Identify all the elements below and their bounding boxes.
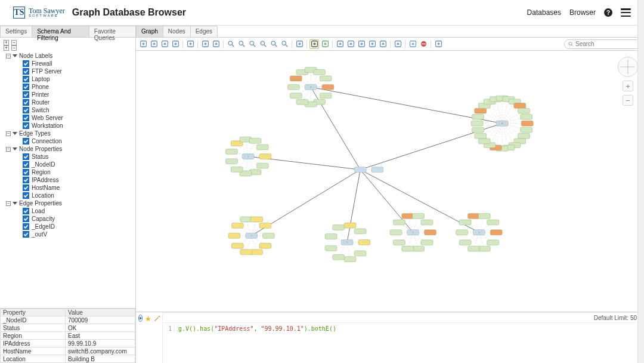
zoom-out-icon[interactable] [237,39,246,49]
checkbox-icon[interactable] [23,60,29,67]
checkbox-icon[interactable] [23,91,29,98]
zoom-in-button[interactable]: + [623,81,633,91]
checkbox-icon[interactable] [23,107,29,113]
node-labels-item[interactable]: Router [2,99,135,106]
chevron-down-icon[interactable] [13,132,17,135]
search-input[interactable] [575,41,637,47]
checkbox-icon[interactable] [23,223,29,230]
zoom-out-button[interactable]: − [623,95,633,106]
checkbox-icon[interactable] [23,208,29,214]
checkbox-icon[interactable] [23,177,29,183]
node-properties-item[interactable]: Status [2,153,135,161]
search-field[interactable] [564,39,642,49]
checkbox-icon[interactable] [23,184,29,191]
layout-organic-icon[interactable] [378,39,388,49]
auto-layout-icon[interactable] [320,39,330,49]
layout-hier-icon[interactable] [346,39,355,49]
table-row[interactable]: HostNameswitchB.company.com [0,347,135,355]
node-properties-item[interactable]: Region [2,168,135,176]
checkbox-icon[interactable] [23,84,29,90]
print-icon[interactable] [160,39,169,49]
table-row[interactable]: StatusOK [0,324,135,332]
expand-icon[interactable] [393,39,402,49]
highlight-icon[interactable] [408,39,417,49]
node-labels-item[interactable]: Laptop [2,75,135,83]
table-row[interactable]: IPAddress99.99.10.9 [0,340,135,347]
query-scrollbar[interactable] [639,331,644,349]
checkbox-icon[interactable] [23,138,29,144]
checkbox-icon[interactable] [23,169,29,176]
tab-graph[interactable]: Graph [136,26,163,37]
save-icon[interactable] [138,39,148,49]
copy-icon[interactable] [185,39,195,49]
tab-favorite-queries[interactable]: Favorite Queries [89,26,136,37]
zoom-in-icon[interactable] [226,39,236,49]
help-icon[interactable]: ? [604,8,612,17]
edge-properties-item[interactable]: Capacity [2,215,135,223]
nav-browser[interactable]: Browser [569,8,596,17]
export-icon[interactable] [171,39,180,49]
edge-properties-collapse-icon[interactable]: − [6,201,11,206]
node-labels-item[interactable]: Phone [2,83,135,91]
favorite-query-icon[interactable]: ★ [145,315,151,323]
node-labels-item[interactable]: Web Server [2,114,135,122]
edge-properties-item[interactable]: Load [2,207,135,215]
edge-properties-item[interactable]: _outV [2,230,135,238]
tree-collapse-icon[interactable]: − [11,45,17,51]
node-properties-item[interactable]: _NodeID [2,161,135,168]
graph-visualization[interactable] [136,51,644,269]
layout-tree-icon[interactable] [335,39,345,49]
checkbox-icon[interactable] [23,122,29,129]
node-labels-item[interactable]: Switch [2,106,135,114]
checkbox-icon[interactable] [23,153,29,160]
checkbox-icon[interactable] [23,115,29,121]
redo-icon[interactable] [211,39,221,49]
checkbox-icon[interactable] [23,99,29,106]
zoom-fit-icon[interactable] [247,39,257,49]
checkbox-icon[interactable] [23,216,29,222]
chevron-down-icon[interactable] [13,147,17,150]
pan-icon[interactable] [295,39,304,49]
table-row[interactable]: RegionEast [0,332,135,340]
zoom-box-icon[interactable] [258,39,268,49]
zoom-selection-icon[interactable] [269,39,278,49]
checkbox-icon[interactable] [23,68,29,75]
zoom-reset-icon[interactable] [280,39,289,49]
filter-icon[interactable] [434,39,443,49]
graph-canvas[interactable]: + − [136,51,644,312]
chevron-down-icon[interactable] [13,202,17,205]
edge-types-item[interactable]: Connection [2,137,135,145]
query-builder-icon[interactable] [154,315,161,323]
pointer-icon[interactable] [309,39,319,49]
pan-compass-icon[interactable] [618,57,638,77]
node-properties-item[interactable]: Location [2,192,135,199]
node-properties-item[interactable]: IPAddress [2,176,135,184]
tab-edges[interactable]: Edges [190,26,218,37]
table-row[interactable]: _NodeID700009 [0,316,135,324]
edge-properties-item[interactable]: _EdgeID [2,223,135,230]
tab-schema-filtering[interactable]: Schema And Filtering [32,26,89,37]
node-labels-item[interactable]: Printer [2,91,135,99]
checkbox-icon[interactable] [23,231,29,238]
menu-icon[interactable] [621,8,631,17]
edge-types-collapse-icon[interactable]: − [6,131,11,136]
checkbox-icon[interactable] [23,192,29,199]
open-icon[interactable] [149,39,159,49]
undo-icon[interactable] [200,39,210,49]
node-labels-collapse-icon[interactable]: − [6,54,11,59]
tree-expand-icon[interactable]: + [4,45,9,51]
checkbox-icon[interactable] [23,161,29,168]
layout-radial-icon[interactable] [367,39,377,49]
node-labels-item[interactable]: Workstation [2,122,135,130]
chevron-down-icon[interactable] [13,54,17,57]
run-query-button[interactable] [138,315,143,322]
query-editor[interactable]: g.V().has("IPAddress", "99.99.10.1").bot… [178,325,336,332]
node-labels-item[interactable]: Firewall [2,60,135,67]
nav-databases[interactable]: Databases [527,8,561,17]
tab-nodes[interactable]: Nodes [163,26,191,37]
node-properties-collapse-icon[interactable]: − [6,147,11,152]
node-properties-item[interactable]: HostName [2,184,135,192]
stop-icon[interactable] [419,39,428,49]
checkbox-icon[interactable] [23,76,29,82]
layout-circular-icon[interactable] [357,39,366,49]
